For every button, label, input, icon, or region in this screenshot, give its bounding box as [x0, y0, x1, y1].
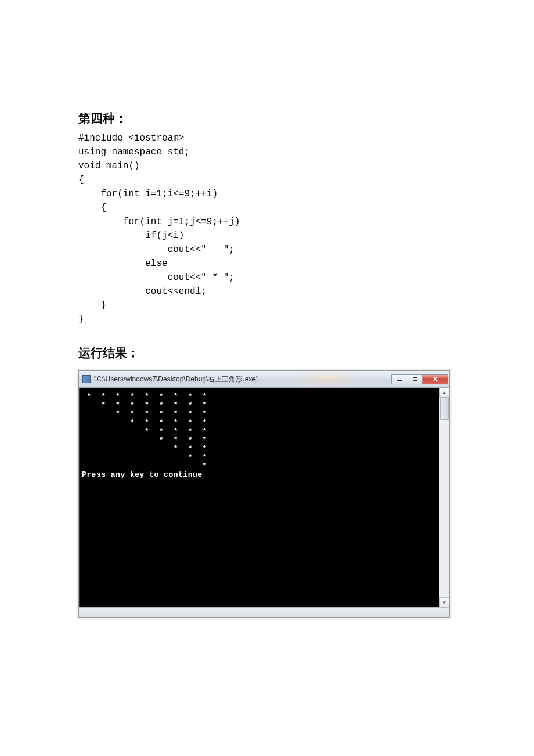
close-icon: ✕	[432, 376, 438, 383]
scroll-down-button[interactable]: ▼	[439, 597, 449, 607]
section-heading-4: 第四种：	[78, 110, 456, 127]
window-title: "C:\Users\windows7\Desktop\Debug\右上三角形.e…	[94, 375, 391, 384]
maximize-button[interactable]	[407, 374, 423, 384]
window-statusbar	[79, 607, 449, 617]
document-page: 第四种： #include <iostream> using namespace…	[0, 0, 534, 676]
minimize-icon	[397, 380, 402, 381]
maximize-icon	[413, 377, 417, 381]
chevron-up-icon: ▲	[442, 390, 447, 395]
chevron-down-icon: ▼	[442, 600, 447, 605]
console-window: "C:\Users\windows7\Desktop\Debug\右上三角形.e…	[78, 370, 450, 618]
close-button[interactable]: ✕	[423, 374, 448, 384]
window-titlebar[interactable]: "C:\Users\windows7\Desktop\Debug\右上三角形.e…	[79, 371, 449, 388]
console-client-area: * * * * * * * * * * * * * * * * * * * * …	[79, 388, 449, 607]
code-listing: #include <iostream> using namespace std;…	[78, 131, 456, 326]
app-icon	[82, 375, 91, 383]
minimize-button[interactable]	[391, 374, 407, 384]
scroll-thumb[interactable]	[440, 398, 449, 420]
window-buttons: ✕	[391, 374, 448, 384]
vertical-scrollbar[interactable]: ▲ ▼	[439, 388, 449, 607]
console-output[interactable]: * * * * * * * * * * * * * * * * * * * * …	[79, 388, 439, 607]
scroll-up-button[interactable]: ▲	[439, 388, 449, 398]
result-heading: 运行结果：	[78, 345, 456, 361]
scroll-track[interactable]	[439, 398, 449, 597]
